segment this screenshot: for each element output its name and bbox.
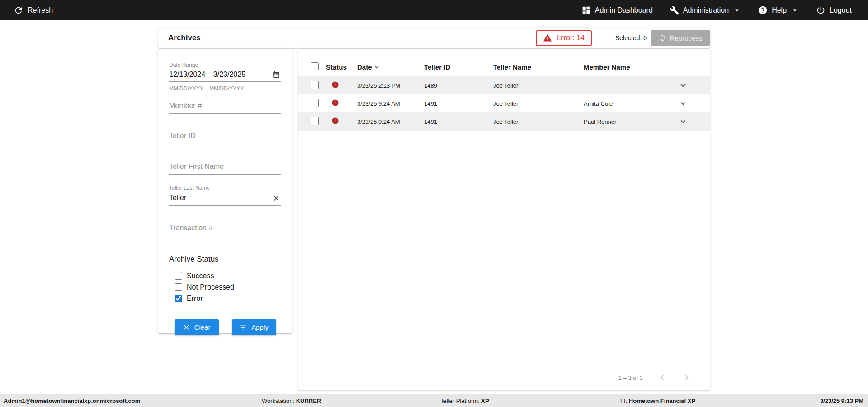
cell-teller-name: Joe Teller [493, 118, 584, 125]
teller-id-input[interactable] [169, 128, 281, 144]
teller-last-name-input[interactable] [169, 191, 271, 205]
cell-teller-name: Joe Teller [493, 82, 584, 89]
chevron-down-icon [791, 6, 799, 14]
statusbar-user: Admin1@hometownfinancialxp.onmicrosoft.c… [4, 398, 140, 404]
refresh-label: Refresh [28, 6, 53, 14]
row-checkbox[interactable] [311, 81, 319, 89]
cell-teller-id: 1491 [424, 100, 493, 107]
teller-last-name-label: Teller Last Name [169, 185, 281, 191]
error-status-icon [331, 117, 339, 125]
cell-teller-name: Joe Teller [493, 100, 584, 107]
table-body: 3/23/25 2:13 PM 1489 Joe Teller 3/23/25 … [298, 76, 710, 131]
pagination: 1 – 3 of 3 [618, 373, 692, 383]
status-filter-not-processed[interactable]: Not Processed [169, 281, 281, 293]
archives-table: Status Date Teller ID Teller Name Member… [298, 49, 710, 390]
date-range-value: 12/13/2024 – 3/23/2025 [169, 70, 245, 79]
not-processed-label: Not Processed [187, 283, 234, 291]
cell-member-name: Arnita Cole [584, 100, 677, 107]
previous-page-button[interactable] [657, 373, 667, 383]
apply-button[interactable]: Apply [232, 319, 276, 335]
expand-row-button[interactable] [677, 98, 689, 109]
cell-date: 3/23/25 9:24 AM [357, 118, 424, 125]
page-title: Archives [168, 33, 201, 42]
success-label: Success [187, 272, 214, 280]
main-content: Archives Error: 14 Selected: 0 Reprocess [158, 28, 710, 390]
column-header-status: Status [326, 63, 357, 71]
close-icon [183, 323, 190, 331]
select-all-cell [306, 62, 326, 72]
logout-button[interactable]: Logout [816, 5, 852, 15]
apply-label: Apply [251, 323, 269, 331]
archive-status-heading: Archive Status [169, 255, 281, 264]
chevron-down-icon [733, 6, 741, 14]
filter-icon [239, 323, 247, 332]
table-row: 3/23/25 9:24 AM 1491 Joe Teller Paul Ren… [298, 112, 710, 131]
selected-count: Selected: 0 [615, 34, 647, 42]
reprocess-button[interactable]: Reprocess [651, 30, 710, 46]
pagination-range-label: 1 – 3 of 3 [618, 374, 643, 381]
cell-member-name: Paul Renner [584, 118, 677, 125]
teller-first-name-input[interactable] [169, 159, 281, 175]
date-range-input[interactable]: 12/13/2024 – 3/23/2025 [169, 68, 281, 82]
row-checkbox-cell [306, 117, 326, 126]
error-status-icon [331, 81, 339, 89]
not-processed-checkbox[interactable] [175, 283, 182, 291]
error-label: Error [187, 295, 203, 303]
administration-label: Administration [683, 6, 729, 14]
statusbar-datetime: 3/23/25 9:13 PM [820, 398, 863, 404]
error-count-badge: Error: 14 [536, 30, 592, 46]
clear-label: Clear [194, 323, 211, 331]
help-label: Help [772, 6, 787, 14]
cell-teller-id: 1491 [424, 118, 493, 125]
help-icon [758, 5, 768, 15]
calendar-icon[interactable] [271, 70, 281, 79]
clear-button[interactable]: Clear [175, 319, 219, 335]
date-range-field: Date Range 12/13/2024 – 3/23/2025 MM/DD/… [169, 62, 281, 92]
status-filter-error[interactable]: Error [169, 293, 281, 304]
statusbar: Admin1@hometownfinancialxp.onmicrosoft.c… [0, 394, 868, 407]
next-page-button[interactable] [682, 373, 692, 383]
expand-row-button[interactable] [677, 80, 689, 91]
table-row: 3/23/25 2:13 PM 1489 Joe Teller [298, 76, 710, 94]
column-header-teller-id: Teller ID [424, 63, 493, 71]
cell-date: 3/23/25 2:13 PM [357, 82, 424, 89]
transaction-number-input[interactable] [169, 220, 281, 236]
cell-teller-id: 1489 [424, 82, 493, 89]
table-row: 3/23/25 9:24 AM 1491 Joe Teller Arnita C… [298, 94, 710, 112]
column-header-teller-name: Teller Name [493, 63, 584, 71]
application-window: Refresh Admin Dashboard Administration [0, 0, 868, 407]
admin-dashboard-label: Admin Dashboard [595, 6, 653, 14]
row-checkbox-cell [306, 81, 326, 90]
statusbar-workstation: Workstation: KURRER [262, 398, 321, 404]
sync-icon [658, 34, 666, 42]
warning-triangle-icon [543, 33, 552, 42]
refresh-icon [14, 5, 24, 15]
success-checkbox[interactable] [175, 272, 182, 280]
status-filter-success[interactable]: Success [169, 270, 281, 281]
member-number-input[interactable] [169, 98, 281, 114]
row-checkbox[interactable] [311, 99, 319, 107]
table-header-row: Status Date Teller ID Teller Name Member… [298, 58, 710, 76]
error-badge-label: Error: 14 [557, 34, 585, 42]
error-checkbox[interactable] [175, 295, 182, 302]
topbar: Refresh Admin Dashboard Administration [0, 0, 868, 20]
select-all-checkbox[interactable] [311, 62, 319, 70]
administration-menu[interactable]: Administration [670, 6, 741, 15]
refresh-button[interactable]: Refresh [14, 5, 53, 15]
help-menu[interactable]: Help [758, 5, 799, 15]
admin-dashboard-button[interactable]: Admin Dashboard [581, 5, 653, 15]
date-range-label: Date Range [169, 62, 281, 68]
cell-date: 3/23/25 9:24 AM [357, 100, 424, 107]
statusbar-teller-platform: Teller Platform: XP [440, 398, 489, 404]
power-icon [816, 5, 826, 15]
column-header-date[interactable]: Date [357, 63, 380, 71]
expand-row-button[interactable] [677, 116, 689, 127]
statusbar-financial-institution: FI: Hometown Financial XP [620, 398, 695, 404]
sort-descending-icon [373, 64, 380, 71]
date-range-hint: MM/DD/YYYY – MM/DD/YYYY [169, 85, 281, 92]
wrench-icon [670, 6, 679, 15]
teller-last-name-field: Teller Last Name [169, 185, 281, 206]
row-checkbox[interactable] [311, 117, 319, 125]
clear-field-icon[interactable] [271, 194, 281, 202]
dashboard-icon [581, 5, 591, 15]
